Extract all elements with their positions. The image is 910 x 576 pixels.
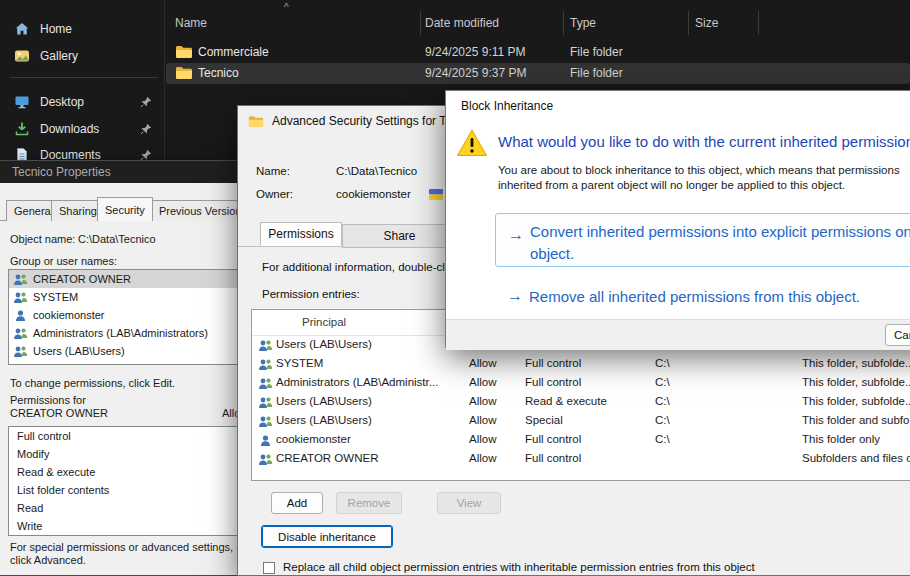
entry-applies-to: This folder only bbox=[802, 433, 880, 445]
sidebar-item-downloads[interactable]: Downloads bbox=[4, 116, 160, 141]
column-divider[interactable] bbox=[563, 11, 564, 35]
entry-principal: Users (LAB\Users) bbox=[276, 414, 372, 426]
group-name: SYSTEM bbox=[33, 291, 78, 303]
group-list-item[interactable]: cookiemonster bbox=[9, 306, 239, 324]
entry-inherited-from: C:\ bbox=[655, 376, 670, 388]
group-list-item[interactable]: Users (LAB\Users) bbox=[9, 342, 239, 360]
entry-principal: SYSTEM bbox=[276, 357, 323, 369]
arrow-right-icon: → bbox=[508, 226, 524, 244]
group-list-item-selected[interactable]: CREATOR OWNER bbox=[9, 270, 239, 288]
column-divider[interactable] bbox=[420, 11, 421, 35]
sidebar-item-home[interactable]: Home bbox=[4, 16, 160, 41]
entry-principal: Administrators (LAB\Administr... bbox=[276, 376, 438, 388]
block-title-bar[interactable]: Block Inheritance bbox=[446, 91, 910, 119]
permission-entry-row[interactable]: cookiemonster Allow Full control C:\ Thi… bbox=[252, 431, 910, 450]
column-header-date-modified[interactable]: Date modified bbox=[425, 16, 499, 30]
convert-permissions-command-link[interactable]: → Convert inherited permissions into exp… bbox=[495, 213, 910, 267]
column-divider[interactable] bbox=[688, 11, 689, 35]
sidebar-item-label: Desktop bbox=[40, 95, 84, 109]
entry-applies-to: This folder, subfolde... bbox=[802, 357, 910, 369]
tab-security[interactable]: Security bbox=[97, 197, 153, 221]
entry-type: Allow bbox=[469, 433, 496, 445]
group-name: cookiemonster bbox=[33, 309, 105, 321]
view-button[interactable]: View bbox=[437, 492, 501, 514]
tab-label: Previous Versions bbox=[159, 205, 247, 217]
entry-type: Allow bbox=[469, 452, 496, 464]
downloads-icon bbox=[14, 121, 30, 137]
permissions-for-label: Permissions for CREATOR OWNER bbox=[10, 394, 140, 420]
arrow-right-icon: → bbox=[507, 287, 523, 305]
tab-permissions[interactable]: Permissions bbox=[260, 222, 342, 246]
advanced-hint-text: For special permissions or advanced sett… bbox=[10, 541, 238, 567]
properties-title-bar[interactable]: Tecnico Properties bbox=[0, 161, 247, 183]
permission-item[interactable]: Write bbox=[9, 517, 239, 535]
block-dialog-footer: Cancel bbox=[446, 319, 910, 350]
entry-applies-to: This folder, subfolde... bbox=[802, 376, 910, 388]
sidebar-item-desktop[interactable]: Desktop bbox=[4, 89, 160, 114]
permission-name: List folder contents bbox=[17, 484, 109, 496]
column-divider[interactable] bbox=[758, 11, 759, 35]
column-header-name[interactable]: Name bbox=[175, 16, 207, 30]
group-icon bbox=[13, 291, 28, 304]
button-label: Add bbox=[287, 497, 307, 509]
entry-access: Full control bbox=[525, 452, 581, 464]
tab-previous-versions[interactable]: Previous Versions bbox=[151, 200, 248, 221]
principal-column-header[interactable]: Principal bbox=[302, 316, 346, 328]
home-icon bbox=[14, 21, 30, 37]
edit-hint-text: To change permissions, click Edit. bbox=[10, 377, 175, 389]
permission-item[interactable]: Read bbox=[9, 499, 239, 517]
file-date-modified: 9/24/2025 9:37 PM bbox=[425, 66, 526, 80]
file-row-commerciale[interactable]: Commerciale 9/24/2025 9:11 PM File folde… bbox=[166, 42, 910, 63]
entry-inherited-from: C:\ bbox=[655, 395, 670, 407]
entry-access: Full control bbox=[525, 376, 581, 388]
desktop-icon bbox=[14, 94, 30, 110]
remove-button[interactable]: Remove bbox=[336, 492, 402, 514]
permission-entry-row[interactable]: Users (LAB\Users) Allow Special C:\ This… bbox=[252, 412, 910, 431]
group-user-names-label: Group or user names: bbox=[10, 255, 117, 267]
file-row-tecnico-selected[interactable]: Tecnico 9/24/2025 9:37 PM File folder bbox=[166, 63, 910, 84]
block-inheritance-dialog: Block Inheritance What would you like to… bbox=[445, 90, 910, 348]
replace-permissions-checkbox[interactable] bbox=[263, 562, 275, 574]
file-name: Tecnico bbox=[198, 66, 239, 80]
permission-item[interactable]: List folder contents bbox=[9, 481, 239, 499]
permission-entry-row[interactable]: CREATOR OWNER Allow Full control Subfold… bbox=[252, 450, 910, 469]
entry-access: Special bbox=[525, 414, 563, 426]
cancel-button[interactable]: Cancel bbox=[885, 324, 910, 346]
group-name: CREATOR OWNER bbox=[33, 273, 131, 285]
file-date-modified: 9/24/2025 9:11 PM bbox=[425, 45, 526, 59]
permission-name: Modify bbox=[17, 448, 49, 460]
column-header-type[interactable]: Type bbox=[570, 16, 596, 30]
button-label: Remove bbox=[348, 497, 391, 509]
permission-entry-row[interactable]: Administrators (LAB\Administr... Allow F… bbox=[252, 374, 910, 393]
permission-item[interactable]: Read & execute bbox=[9, 463, 239, 481]
column-header-size[interactable]: Size bbox=[695, 16, 718, 30]
button-label: View bbox=[457, 497, 482, 509]
entry-applies-to: Subfolders and files o... bbox=[802, 452, 910, 464]
button-label: Cancel bbox=[894, 329, 910, 341]
group-list-item[interactable]: SYSTEM bbox=[9, 288, 239, 306]
permission-item[interactable]: Full control bbox=[9, 427, 239, 445]
tab-share[interactable]: Share bbox=[342, 224, 457, 248]
owner-value: cookiemonster bbox=[336, 188, 411, 200]
sidebar-item-gallery[interactable]: Gallery bbox=[4, 43, 160, 68]
entry-type: Allow bbox=[469, 414, 496, 426]
group-list-item[interactable]: Administrators (LAB\Administrators) bbox=[9, 324, 239, 342]
permission-item[interactable]: Modify bbox=[9, 445, 239, 463]
permission-entry-row[interactable]: SYSTEM Allow Full control C:\ This folde… bbox=[252, 355, 910, 374]
group-name: Users (LAB\Users) bbox=[33, 345, 125, 357]
group-icon bbox=[258, 453, 273, 466]
entry-applies-to: This folder, subfolde... bbox=[802, 395, 910, 407]
entry-type: Allow bbox=[469, 376, 496, 388]
disable-inheritance-button[interactable]: Disable inheritance bbox=[261, 525, 393, 548]
permission-entry-row[interactable]: Users (LAB\Users) Allow Read & execute C… bbox=[252, 393, 910, 412]
add-button[interactable]: Add bbox=[271, 492, 323, 514]
sidebar-item-label: Gallery bbox=[40, 49, 78, 63]
entry-access: Full control bbox=[525, 433, 581, 445]
folder-icon bbox=[248, 115, 264, 128]
group-icon bbox=[258, 377, 273, 390]
group-icon bbox=[13, 273, 28, 286]
warning-icon bbox=[456, 128, 488, 161]
group-icon bbox=[258, 396, 273, 409]
remove-permissions-command-link[interactable]: Remove all inherited permissions from th… bbox=[529, 288, 860, 305]
properties-title: Tecnico Properties bbox=[12, 165, 111, 179]
